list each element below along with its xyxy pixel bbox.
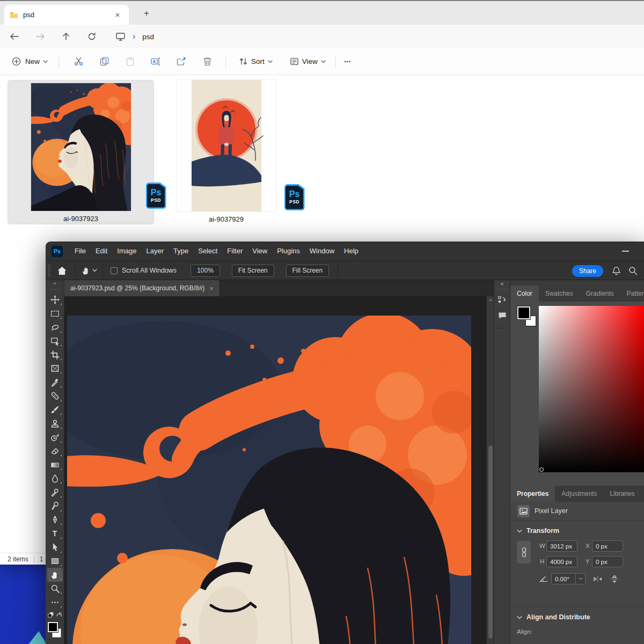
copy-button[interactable] xyxy=(98,55,111,68)
menu-window[interactable]: Window xyxy=(305,241,339,261)
menu-plugins[interactable]: Plugins xyxy=(272,241,305,261)
menu-image[interactable]: Image xyxy=(112,241,141,261)
foreground-background-swatches[interactable] xyxy=(47,622,63,644)
comments-icon[interactable] xyxy=(496,309,509,322)
file-item-selected[interactable]: Ps PSD ai-9037923 xyxy=(8,80,154,224)
brush-tool[interactable] xyxy=(47,403,63,417)
smudge-tool[interactable] xyxy=(47,485,63,499)
home-button[interactable] xyxy=(54,264,70,277)
color-utility-row[interactable] xyxy=(47,609,63,621)
minimize-button[interactable] xyxy=(622,251,629,252)
default-colors-icon[interactable] xyxy=(48,612,54,618)
saturation-brightness-field[interactable] xyxy=(539,306,644,472)
paste-button[interactable] xyxy=(123,55,136,68)
menu-layer[interactable]: Layer xyxy=(142,241,169,261)
up-button[interactable] xyxy=(56,28,76,45)
chevron-down-icon[interactable] xyxy=(517,616,522,619)
foreground-color-swatch[interactable] xyxy=(48,622,58,632)
canvas-area[interactable] xyxy=(64,296,494,644)
object-selection-tool[interactable] xyxy=(47,334,63,348)
spot-healing-brush-tool[interactable] xyxy=(47,389,63,403)
share-button[interactable]: Share xyxy=(572,265,603,277)
document-close-icon[interactable]: × xyxy=(209,284,214,292)
explorer-tab[interactable]: psd × xyxy=(4,5,129,25)
panel-color-swatches[interactable] xyxy=(517,306,540,329)
new-button[interactable]: New xyxy=(8,54,52,69)
tab-libraries[interactable]: Libraries xyxy=(603,486,641,502)
move-tool[interactable] xyxy=(47,293,63,307)
cut-button[interactable] xyxy=(72,55,85,68)
tab-adjustments[interactable]: Adjustments xyxy=(555,486,603,502)
tab-color[interactable]: Color xyxy=(510,286,539,302)
tab-patterns[interactable]: Patterns xyxy=(620,286,644,302)
menu-help[interactable]: Help xyxy=(339,241,363,261)
width-field[interactable]: 3012 px xyxy=(546,540,577,552)
collapse-panels-icon[interactable]: « xyxy=(501,280,504,288)
lasso-tool[interactable] xyxy=(47,320,63,334)
document-tab[interactable]: ai-9037923.psd @ 25% (Background, RGB/8#… xyxy=(64,280,220,296)
pen-tool[interactable] xyxy=(47,513,63,527)
flip-vertical-button[interactable] xyxy=(609,573,620,585)
rectangle-tool[interactable] xyxy=(47,554,63,568)
more-options-button[interactable]: ••• xyxy=(341,55,354,68)
flip-horizontal-button[interactable] xyxy=(592,573,604,585)
link-dimensions-button[interactable] xyxy=(517,541,531,564)
tab-properties[interactable]: Properties xyxy=(510,486,555,502)
gradient-tool[interactable] xyxy=(47,458,63,472)
rename-button[interactable] xyxy=(149,55,162,68)
fill-screen-button[interactable]: Fill Screen xyxy=(286,265,330,277)
fit-screen-button[interactable]: Fit Screen xyxy=(232,265,274,277)
zoom-tool[interactable] xyxy=(47,582,63,596)
scroll-all-windows-checkbox[interactable] xyxy=(111,267,118,274)
hand-tool-preset[interactable] xyxy=(81,264,97,277)
scroll-up-icon[interactable] xyxy=(488,298,493,302)
forward-button[interactable] xyxy=(31,28,50,45)
frame-tool[interactable] xyxy=(47,362,63,376)
history-brush-tool[interactable] xyxy=(47,430,63,444)
tab-gradients[interactable]: Gradients xyxy=(580,286,620,302)
hand-tool[interactable] xyxy=(47,568,63,582)
color-picker-marker[interactable] xyxy=(539,467,544,472)
menu-edit[interactable]: Edit xyxy=(91,241,112,261)
refresh-button[interactable] xyxy=(82,28,101,45)
type-tool[interactable]: T xyxy=(47,526,63,540)
crop-tool[interactable] xyxy=(47,348,63,362)
open-document-artwork[interactable] xyxy=(67,316,471,644)
menu-select[interactable]: Select xyxy=(193,241,222,261)
clone-stamp-tool[interactable] xyxy=(47,416,63,430)
eyedropper-tool[interactable] xyxy=(47,375,63,389)
view-button[interactable]: View xyxy=(287,54,329,69)
menu-type[interactable]: Type xyxy=(169,241,193,261)
menu-file[interactable]: File xyxy=(70,241,91,261)
angle-field[interactable]: 0.00° xyxy=(551,573,586,584)
tab-swatches[interactable]: Swatches xyxy=(539,286,580,302)
search-icon[interactable] xyxy=(628,266,638,277)
x-field[interactable]: 0 px xyxy=(592,540,623,552)
more-tools-button[interactable] xyxy=(47,595,63,609)
toolbox-expand-icon[interactable]: » xyxy=(46,280,64,287)
version-history-icon[interactable] xyxy=(496,294,509,306)
zoom-100-button[interactable]: 100% xyxy=(191,265,220,277)
height-field[interactable]: 4000 px xyxy=(546,556,577,567)
eraser-tool[interactable] xyxy=(47,444,63,458)
delete-button[interactable] xyxy=(201,55,214,68)
rectangular-marquee-tool[interactable] xyxy=(47,306,63,320)
breadcrumb[interactable]: › psd xyxy=(115,32,154,41)
menu-filter[interactable]: Filter xyxy=(222,241,247,261)
notifications-bell-icon[interactable] xyxy=(612,266,621,278)
chevron-down-icon[interactable] xyxy=(517,529,522,533)
new-tab-button[interactable]: + xyxy=(140,6,153,20)
blur-tool[interactable] xyxy=(47,472,63,486)
swap-colors-icon[interactable] xyxy=(56,612,62,618)
sort-button[interactable]: Sort xyxy=(236,54,276,69)
menu-view[interactable]: View xyxy=(247,241,272,261)
angle-dropdown[interactable] xyxy=(575,574,585,584)
vertical-scrollbar[interactable] xyxy=(486,296,494,644)
y-field[interactable]: 0 px xyxy=(592,556,623,567)
file-item[interactable]: Ps PSD ai-9037929 xyxy=(161,80,291,224)
tab-close-icon[interactable]: × xyxy=(112,9,123,21)
path-selection-tool[interactable] xyxy=(47,540,63,554)
share-button[interactable] xyxy=(175,55,188,68)
back-button[interactable] xyxy=(5,28,24,45)
foreground-color-swatch[interactable] xyxy=(517,306,530,319)
